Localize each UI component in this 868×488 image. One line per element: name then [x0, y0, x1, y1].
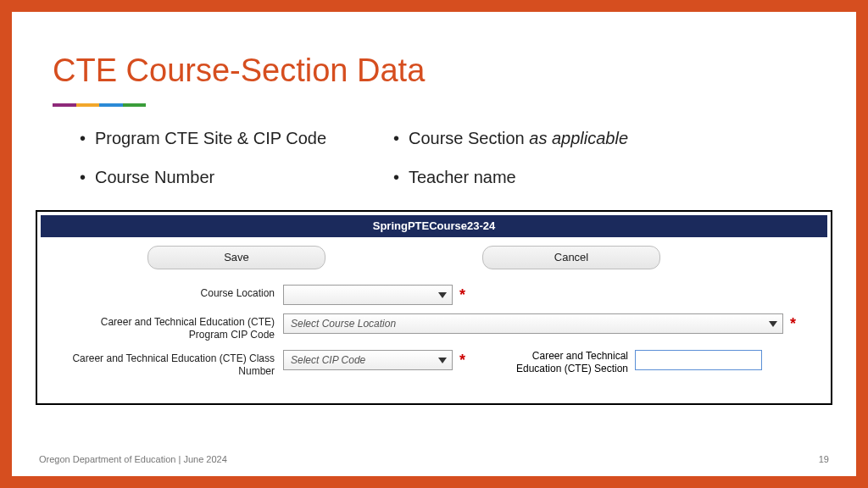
section-label: Career and Technical Education (CTE) Sec… [491, 350, 635, 375]
cip-code-select[interactable]: Select Course Location [283, 313, 783, 334]
required-asterisk-icon: * [459, 350, 465, 370]
footer-text: Oregon Department of Education | June 20… [39, 454, 227, 464]
form-row-course-location: Course Location * [63, 285, 805, 305]
bullet-column-left: Program CTE Site & CIP Code Course Numbe… [80, 127, 385, 205]
chevron-down-icon [438, 292, 447, 298]
cancel-button[interactable]: Cancel [482, 246, 660, 269]
bullet-text-italic: as applicable [529, 129, 628, 147]
class-number-label: Career and Technical Education (CTE) Cla… [63, 350, 283, 378]
save-button[interactable]: Save [147, 246, 326, 269]
section-input[interactable] [635, 350, 762, 370]
bullet-item: Course Section as applicable [393, 127, 698, 149]
page-title: CTE Course-Section Data [53, 53, 425, 89]
button-row: Save Cancel [37, 237, 831, 274]
form-header: SpringPTECourse23-24 [41, 215, 827, 237]
cip-code-label: Career and Technical Education (CTE) Pro… [63, 313, 283, 341]
course-location-select[interactable] [283, 285, 453, 305]
slide: CTE Course-Section Data Program CTE Site… [12, 12, 856, 476]
chevron-down-icon [438, 358, 447, 363]
page-number: 19 [819, 454, 829, 464]
chevron-down-icon [769, 321, 777, 327]
select-placeholder: Select Course Location [291, 318, 396, 330]
bullet-item: Program CTE Site & CIP Code [80, 127, 385, 149]
bullet-text: Course Section [409, 129, 529, 147]
select-placeholder: Select CIP Code [291, 354, 365, 366]
form-row-class-number: Career and Technical Education (CTE) Cla… [63, 350, 805, 378]
required-asterisk-icon: * [790, 313, 796, 334]
bullet-item: Teacher name [393, 166, 698, 188]
bullet-column-right: Course Section as applicable Teacher nam… [393, 127, 698, 205]
bullet-item: Course Number [80, 166, 385, 188]
form-screenshot: SpringPTECourse23-24 Save Cancel Course … [36, 210, 832, 405]
bullet-text: Teacher name [409, 168, 516, 186]
course-location-label: Course Location [63, 285, 283, 300]
form-grid: Course Location * Career and Technical E… [37, 274, 831, 378]
form-row-cip-code: Career and Technical Education (CTE) Pro… [63, 313, 805, 341]
title-underline [53, 103, 146, 107]
required-asterisk-icon: * [459, 285, 465, 305]
class-number-select[interactable]: Select CIP Code [283, 350, 453, 370]
